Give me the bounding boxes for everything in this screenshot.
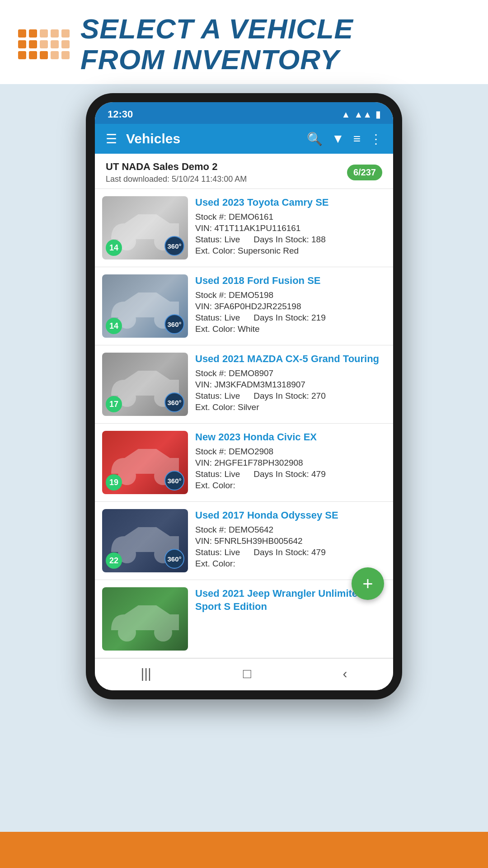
app-bar: ☰ Vehicles 🔍 ▼ ≡ ⋮ <box>95 124 393 154</box>
vehicle-status-row-1: Status: LiveDays In Stock: 188 <box>195 235 386 246</box>
header-banner: SELECT A VEHICLE FROM INVENTORY <box>0 0 488 84</box>
battery-icon: ▮ <box>375 109 380 120</box>
vehicle-info-5: Used 2017 Honda Odyssey SEStock #: DEMO5… <box>195 509 386 570</box>
vehicle-stock-4: Stock #: DEMO2908 <box>195 447 386 457</box>
vehicle-img-container-4: 19360° <box>102 431 188 494</box>
dot-13 <box>40 51 48 59</box>
inventory-header: UT NADA Sales Demo 2 Last downloaded: 5/… <box>95 154 393 189</box>
vehicle-color-4: Ext. Color: <box>195 481 386 491</box>
signal-icon: ▲▲ <box>354 109 372 120</box>
vehicle-name-3: Used 2021 MAZDA CX-5 Grand Touring <box>195 353 386 366</box>
phone-wrapper: 12:30 ▲ ▲▲ ▮ ☰ Vehicles 🔍 ▼ ≡ ⋮ UT NADA <box>0 84 488 726</box>
vehicle-name-1: Used 2023 Toyota Camry SE <box>195 196 386 209</box>
vehicle-days-3: Days In Stock: 270 <box>253 391 325 401</box>
vehicle-info-2: Used 2018 Ford Fusion SEStock #: DEMO519… <box>195 274 386 335</box>
vehicle-img-container-1: 14360° <box>102 196 188 259</box>
vehicle-info-4: New 2023 Honda Civic EXStock #: DEMO2908… <box>195 431 386 492</box>
vehicle-img-container-6 <box>102 587 188 651</box>
orange-stripe-decoration <box>0 832 488 868</box>
vehicle-status-row-4: Status: LiveDays In Stock: 479 <box>195 469 386 481</box>
vehicle-list: 14360°Used 2023 Toyota Camry SEStock #: … <box>95 189 393 658</box>
vehicle-status-2: Status: Live <box>195 313 240 323</box>
hamburger-menu-icon[interactable]: ☰ <box>106 132 117 146</box>
vehicle-img-container-5: 22360° <box>102 509 188 572</box>
vehicle-vin-2: VIN: 3FA6P0HD2JR225198 <box>195 302 386 311</box>
app-bar-title: Vehicles <box>126 131 298 146</box>
dot-11 <box>18 51 26 59</box>
nav-back-icon[interactable]: ‹ <box>343 666 347 681</box>
inventory-badge: 6/237 <box>347 165 382 180</box>
vehicle-item-2[interactable]: 14360°Used 2018 Ford Fusion SEStock #: D… <box>95 267 393 345</box>
dot-4 <box>51 29 59 38</box>
vehicle-item-1[interactable]: 14360°Used 2023 Toyota Camry SEStock #: … <box>95 189 393 267</box>
phone-screen: 12:30 ▲ ▲▲ ▮ ☰ Vehicles 🔍 ▼ ≡ ⋮ UT NADA <box>95 102 393 690</box>
dot-15 <box>61 51 70 59</box>
vehicle-vin-4: VIN: 2HGFE1F78PH302908 <box>195 458 386 468</box>
vehicle-item-5[interactable]: 22360°Used 2017 Honda Odyssey SEStock #:… <box>95 502 393 580</box>
vehicle-name-4: New 2023 Honda Civic EX <box>195 431 386 444</box>
vehicle-img-container-3: 17360° <box>102 353 188 416</box>
last-downloaded: Last downloaded: 5/10/24 11:43:00 AM <box>106 175 247 184</box>
vehicle-img-container-2: 14360° <box>102 274 188 338</box>
vehicle-color-1: Ext. Color: Supersonic Red <box>195 246 386 256</box>
header-dots-decoration <box>18 29 70 59</box>
vehicle-image-6 <box>102 587 188 651</box>
vehicle-color-3: Ext. Color: Silver <box>195 402 386 412</box>
vehicle-item-6[interactable]: Used 2021 Jeep Wrangler Unlimited Sport … <box>95 580 393 658</box>
dot-12 <box>29 51 37 59</box>
filter-funnel-icon[interactable]: ▼ <box>332 132 344 146</box>
status-bar: 12:30 ▲ ▲▲ ▮ <box>95 102 393 124</box>
vehicle-vin-5: VIN: 5FNRL5H39HB005642 <box>195 536 386 546</box>
dot-2 <box>29 29 37 38</box>
status-icons: ▲ ▲▲ ▮ <box>342 109 380 120</box>
vehicle-name-2: Used 2018 Ford Fusion SE <box>195 274 386 288</box>
dot-10 <box>61 40 70 48</box>
more-vert-icon[interactable]: ⋮ <box>370 132 382 146</box>
dot-1 <box>18 29 26 38</box>
vehicle-status-row-2: Status: LiveDays In Stock: 219 <box>195 313 386 324</box>
vehicle-info-1: Used 2023 Toyota Camry SEStock #: DEMO61… <box>195 196 386 257</box>
dot-3 <box>40 29 48 38</box>
dot-14 <box>51 51 59 59</box>
vehicle-days-4: Days In Stock: 479 <box>253 469 325 479</box>
vehicle-status-3: Status: Live <box>195 391 240 401</box>
dot-9 <box>51 40 59 48</box>
vehicle-stock-3: Stock #: DEMO8907 <box>195 368 386 378</box>
status-time: 12:30 <box>108 108 133 120</box>
vehicle-stock-1: Stock #: DEMO6161 <box>195 212 386 222</box>
search-icon[interactable]: 🔍 <box>307 132 323 146</box>
sort-icon[interactable]: ≡ <box>353 132 361 146</box>
nav-bar: ||| □ ‹ <box>95 658 393 690</box>
vehicle-item-3[interactable]: 17360°Used 2021 MAZDA CX-5 Grand Touring… <box>95 345 393 424</box>
vehicle-status-5: Status: Live <box>195 547 240 557</box>
vehicle-item-4[interactable]: 19360°New 2023 Honda Civic EXStock #: DE… <box>95 424 393 502</box>
phone-frame: 12:30 ▲ ▲▲ ▮ ☰ Vehicles 🔍 ▼ ≡ ⋮ UT NADA <box>86 93 402 699</box>
vehicle-info-3: Used 2021 MAZDA CX-5 Grand TouringStock … <box>195 353 386 414</box>
vehicle-stock-2: Stock #: DEMO5198 <box>195 290 386 300</box>
page-subtitle: FROM INVENTORY <box>80 44 470 75</box>
nav-home-icon[interactable]: □ <box>243 666 251 681</box>
vehicle-color-5: Ext. Color: <box>195 559 386 569</box>
page-title: SELECT A VEHICLE <box>80 14 470 44</box>
dot-7 <box>29 40 37 48</box>
dot-8 <box>40 40 48 48</box>
vehicle-stock-5: Stock #: DEMO5642 <box>195 525 386 535</box>
dealer-name: UT NADA Sales Demo 2 <box>106 161 247 173</box>
vehicle-status-1: Status: Live <box>195 235 240 245</box>
dot-5 <box>61 29 70 38</box>
vehicle-days-1: Days In Stock: 188 <box>253 235 325 245</box>
vehicle-status-4: Status: Live <box>195 469 240 479</box>
add-fab-button[interactable]: + <box>352 567 384 600</box>
vehicle-status-row-3: Status: LiveDays In Stock: 270 <box>195 391 386 402</box>
vehicle-status-row-5: Status: LiveDays In Stock: 479 <box>195 547 386 559</box>
vehicle-color-2: Ext. Color: White <box>195 324 386 334</box>
vehicle-days-5: Days In Stock: 479 <box>253 547 325 557</box>
nav-recent-icon[interactable]: ||| <box>141 666 151 681</box>
vehicle-days-2: Days In Stock: 219 <box>253 313 325 323</box>
vehicle-name-5: Used 2017 Honda Odyssey SE <box>195 509 386 522</box>
vehicle-vin-3: VIN: JM3KFADM3M1318907 <box>195 380 386 390</box>
dot-6 <box>18 40 26 48</box>
vehicle-vin-1: VIN: 4T1T11AK1PU116161 <box>195 223 386 233</box>
wifi-icon: ▲ <box>342 109 351 120</box>
